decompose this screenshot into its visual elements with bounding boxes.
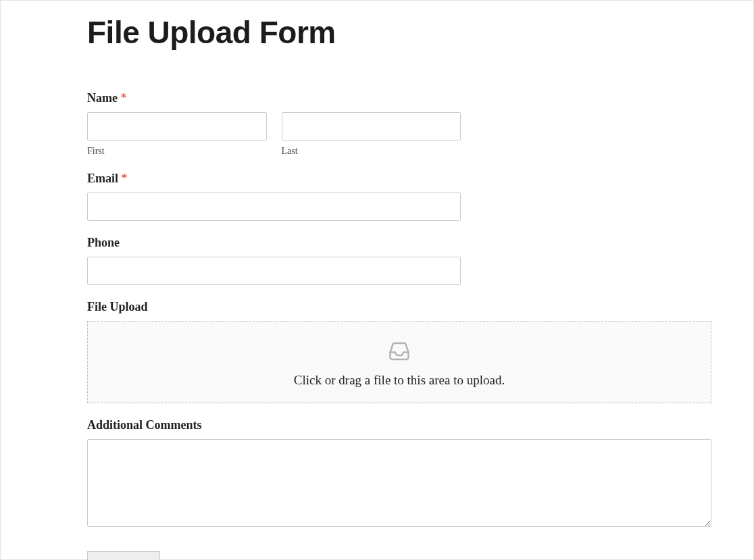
last-name-column: Last [282,112,461,157]
phone-label: Phone [87,236,711,250]
first-name-input[interactable] [87,112,267,141]
last-name-sublabel: Last [282,146,461,157]
submit-button[interactable]: Submit [87,551,160,560]
email-input[interactable] [87,193,461,221]
required-indicator: * [122,172,128,185]
form-title: File Upload Form [87,14,711,51]
phone-field: Phone [87,236,711,285]
email-label: Email * [87,172,711,186]
comments-field: Additional Comments [87,418,711,530]
file-upload-field: File Upload Click or drag a file to this… [87,300,711,403]
last-name-input[interactable] [282,112,461,141]
email-field: Email * [87,172,711,221]
name-label-text: Name [87,91,118,105]
inbox-icon [387,339,411,363]
name-label: Name * [87,91,711,105]
page-container: File Upload Form Name * First Last E [0,0,754,560]
name-input-row: First Last [87,112,461,157]
file-dropzone[interactable]: Click or drag a file to this area to upl… [87,321,711,403]
email-label-text: Email [87,172,118,185]
phone-input[interactable] [87,257,461,285]
comments-label: Additional Comments [87,418,711,432]
first-name-column: First [87,112,267,157]
required-indicator: * [120,91,126,105]
comments-textarea[interactable] [87,439,711,527]
name-field: Name * First Last [87,91,711,157]
form-content: File Upload Form Name * First Last E [87,14,711,560]
dropzone-instruction: Click or drag a file to this area to upl… [294,373,505,388]
file-upload-label: File Upload [87,300,711,314]
first-name-sublabel: First [87,146,267,157]
